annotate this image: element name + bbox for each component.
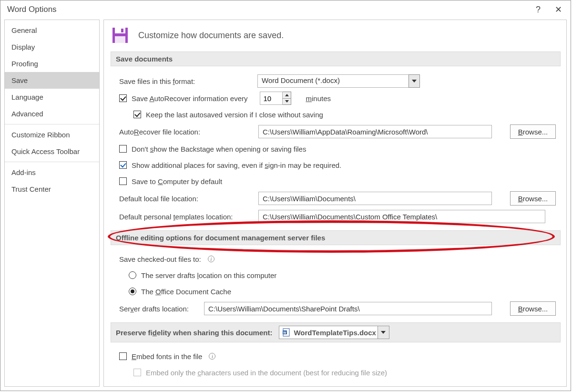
word-doc-icon: W bbox=[282, 328, 291, 337]
save-format-dropdown-button[interactable] bbox=[409, 74, 420, 88]
embed-characters-checkbox bbox=[133, 369, 141, 376]
close-button[interactable]: ✕ bbox=[552, 4, 564, 15]
browse-default-local-button[interactable]: Browse... bbox=[510, 191, 556, 206]
svg-marker-5 bbox=[412, 80, 417, 83]
section-header-offline-editing: Offline editing options for document man… bbox=[111, 230, 561, 245]
autorecover-location-label: AutoRecover file location: bbox=[119, 128, 254, 136]
sidebar-item-quick-access-toolbar[interactable]: Quick Access Toolbar bbox=[5, 143, 99, 160]
show-additional-places-label: Show additional places for saving, even … bbox=[132, 161, 341, 169]
default-local-location-label: Default local file location: bbox=[119, 195, 254, 203]
autorecover-checkbox[interactable] bbox=[119, 94, 127, 102]
svg-text:W: W bbox=[283, 331, 286, 334]
section-header-save-documents: Save documents bbox=[111, 52, 561, 66]
radio-office-cache[interactable] bbox=[129, 288, 136, 295]
svg-marker-6 bbox=[285, 94, 289, 96]
radio-office-cache-label: The Office Document Cache bbox=[141, 288, 231, 296]
info-icon[interactable]: i bbox=[208, 256, 214, 262]
preserve-fidelity-document-name: WordTemplateTips.docx bbox=[294, 329, 378, 337]
sidebar-item-advanced[interactable]: Advanced bbox=[5, 105, 99, 122]
save-checked-out-label: Save checked-out files to: bbox=[119, 255, 201, 263]
server-drafts-location-label: Server drafts location: bbox=[119, 305, 199, 313]
spinner-up[interactable] bbox=[283, 92, 291, 99]
sidebar-item-save[interactable]: Save bbox=[5, 72, 99, 89]
autorecover-label-post: minutes bbox=[306, 94, 331, 103]
dont-show-backstage-checkbox[interactable] bbox=[119, 145, 127, 153]
window-title: Word Options bbox=[7, 5, 57, 14]
page-header: Customize how documents are saved. bbox=[138, 31, 284, 41]
save-disk-icon bbox=[111, 26, 130, 45]
default-local-location-input[interactable] bbox=[258, 192, 492, 205]
sidebar-item-trust-center[interactable]: Trust Center bbox=[5, 181, 99, 197]
embed-fonts-checkbox[interactable] bbox=[119, 352, 127, 360]
svg-rect-1 bbox=[115, 28, 125, 33]
spinner-down[interactable] bbox=[283, 99, 291, 105]
sidebar-item-display[interactable]: Display bbox=[5, 39, 99, 55]
titlebar: Word Options ? ✕ bbox=[0, 0, 571, 18]
sidebar-item-general[interactable]: General bbox=[5, 22, 99, 39]
preserve-fidelity-dropdown-button[interactable] bbox=[378, 326, 389, 339]
save-format-dropdown[interactable]: Word Document (*.docx) bbox=[257, 74, 409, 88]
sidebar-item-customize-ribbon[interactable]: Customize Ribbon bbox=[5, 126, 99, 143]
browse-autorecover-button[interactable]: Browse... bbox=[510, 124, 556, 139]
keep-last-autosave-label: Keep the last autosaved version if I clo… bbox=[146, 111, 323, 119]
save-to-computer-label: Save to Computer by default bbox=[132, 177, 222, 186]
options-content: Customize how documents are saved. Save … bbox=[103, 20, 567, 387]
svg-marker-11 bbox=[381, 331, 386, 334]
preserve-fidelity-document-dropdown[interactable]: W WordTemplateTips.docx bbox=[279, 326, 389, 339]
help-button[interactable]: ? bbox=[532, 5, 544, 15]
sidebar-item-add-ins[interactable]: Add-ins bbox=[5, 164, 99, 181]
embed-fonts-label: Embed fonts in the file bbox=[132, 352, 202, 361]
embed-characters-label: Embed only the characters used in the do… bbox=[146, 369, 387, 377]
keep-last-autosave-checkbox[interactable] bbox=[133, 111, 141, 118]
word-options-dialog: Word Options ? ✕ General Display Proofin… bbox=[0, 0, 571, 391]
browse-server-drafts-button[interactable]: Browse... bbox=[510, 301, 556, 316]
section-header-preserve-fidelity: Preserve fidelity when sharing this docu… bbox=[111, 322, 561, 342]
info-icon[interactable]: i bbox=[209, 353, 215, 360]
radio-server-drafts-label: The server drafts location on this compu… bbox=[141, 271, 276, 279]
radio-server-drafts[interactable] bbox=[129, 271, 136, 279]
show-additional-places-checkbox[interactable] bbox=[119, 161, 127, 169]
svg-rect-2 bbox=[121, 29, 123, 32]
autorecover-minutes-input[interactable] bbox=[260, 92, 283, 105]
svg-marker-7 bbox=[285, 100, 289, 103]
save-to-computer-checkbox[interactable] bbox=[119, 177, 127, 185]
sidebar-item-language[interactable]: Language bbox=[5, 89, 99, 105]
sidebar-item-proofing[interactable]: Proofing bbox=[5, 55, 99, 72]
autorecover-label-pre: Save AutoRecover information every bbox=[132, 94, 247, 103]
default-templates-location-input[interactable] bbox=[258, 210, 545, 223]
dont-show-backstage-label: Don't show the Backstage when opening or… bbox=[132, 145, 306, 153]
save-format-label: Save files in this format: bbox=[119, 77, 253, 85]
autorecover-location-input[interactable] bbox=[258, 125, 492, 138]
preserve-fidelity-label: Preserve fidelity when sharing this docu… bbox=[116, 329, 272, 337]
svg-rect-4 bbox=[115, 36, 125, 43]
server-drafts-location-input[interactable] bbox=[204, 302, 492, 315]
autorecover-minutes-spinner[interactable] bbox=[260, 92, 291, 105]
default-templates-location-label: Default personal templates location: bbox=[119, 213, 254, 221]
options-category-sidebar: General Display Proofing Save Language A… bbox=[4, 20, 100, 387]
